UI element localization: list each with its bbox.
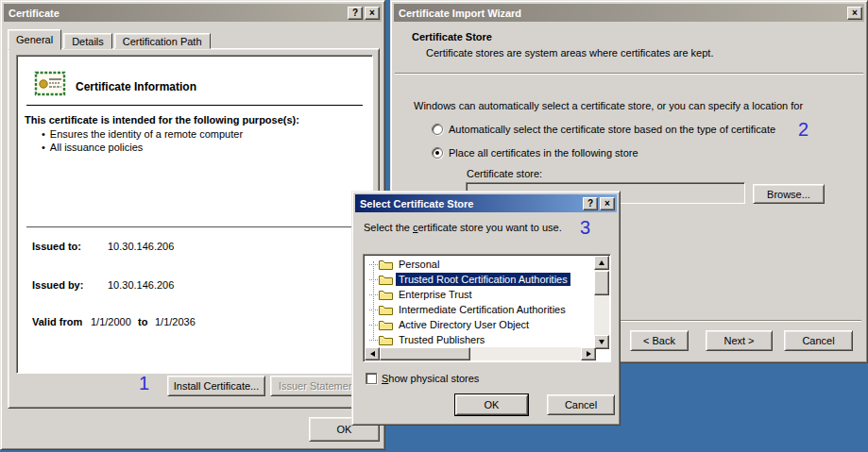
tree-item-label[interactable]: Enterprise Trust — [396, 288, 475, 301]
folder-icon — [379, 304, 393, 315]
certificate-info-panel: Certificate Information This certificate… — [16, 55, 373, 374]
issued-by-label: Issued by: — [32, 279, 83, 291]
certificate-dialog-window: Certificate ? × General Details Certific… — [0, 0, 385, 450]
certificate-dialog-tabs: General Details Certification Path — [8, 28, 213, 49]
tree-item-personal[interactable]: Personal — [365, 257, 442, 272]
annotation-step-1: 1 — [139, 374, 149, 393]
tab-general[interactable]: General — [8, 29, 61, 50]
show-physical-stores-label[interactable]: Show physical stores — [382, 373, 479, 384]
certificate-store-label: Certificate store: — [467, 168, 542, 179]
valid-to-value: 1/1/2036 — [155, 316, 196, 327]
wizard-titlebar[interactable]: Certificate Import Wizard × — [394, 4, 864, 22]
select-certificate-store-window: Select Certificate Store ? × Select the … — [351, 191, 621, 426]
select-store-title: Select Certificate Store — [360, 198, 473, 209]
scroll-up-icon[interactable] — [594, 256, 609, 270]
tree-item-enterprise-trust[interactable]: Enterprise Trust — [365, 287, 475, 302]
close-icon[interactable]: × — [847, 7, 862, 20]
radio-auto-select-store-label[interactable]: Automatically select the certificate sto… — [449, 124, 775, 135]
tree-item-ad-user-object[interactable]: Active Directory User Object — [365, 317, 532, 332]
tree-item-trusted-publishers[interactable]: Trusted Publishers — [365, 332, 487, 347]
certificate-icon — [34, 71, 66, 98]
tree-item-trusted-root[interactable]: Trusted Root Certification Authorities — [365, 272, 570, 287]
tree-item-label[interactable]: Trusted Publishers — [396, 333, 487, 346]
horizontal-scroll-thumb[interactable] — [380, 347, 470, 360]
select-store-instruction: Select the certificate store you want to… — [364, 222, 562, 233]
valid-from-value: 1/1/2000 — [91, 316, 131, 327]
tree-item-label[interactable]: Trusted Root Certification Authorities — [396, 273, 570, 286]
tree-item-intermediate[interactable]: Intermediate Certification Authorities — [365, 302, 569, 317]
scroll-right-icon[interactable] — [581, 347, 596, 360]
annotation-step-2: 2 — [798, 120, 808, 139]
wizard-intro-text: Windows can automatically select a certi… — [414, 100, 803, 111]
browse-button[interactable]: Browse... — [753, 184, 825, 204]
tree-item-label[interactable]: Active Directory User Object — [396, 318, 532, 331]
desktop: Certificate ? × General Details Certific… — [0, 0, 868, 452]
radio-auto-select-store[interactable] — [432, 124, 443, 135]
close-icon[interactable]: × — [365, 7, 380, 20]
issued-to-label: Issued to: — [32, 241, 81, 252]
wizard-title: Certificate Import Wizard — [399, 8, 521, 19]
issued-by-value: 10.30.146.206 — [108, 279, 174, 291]
certificate-dialog-titlebar[interactable]: Certificate ? × — [4, 4, 382, 22]
close-icon[interactable]: × — [600, 197, 615, 210]
wizard-cancel-button[interactable]: Cancel — [784, 330, 853, 351]
folder-icon — [379, 319, 393, 330]
scroll-left-icon[interactable] — [365, 347, 380, 360]
purpose-item: Ensures the identity of a remote compute… — [42, 127, 243, 141]
radio-place-all-store[interactable] — [432, 147, 443, 159]
folder-icon — [379, 289, 393, 300]
certificate-dialog-title: Certificate — [9, 8, 60, 19]
horizontal-scrollbar[interactable] — [365, 347, 596, 360]
instruction-part: Select the — [364, 222, 413, 233]
tree-item-label[interactable]: Intermediate Certification Authorities — [396, 303, 569, 316]
general-tab-page: Certificate Information This certificate… — [8, 48, 380, 409]
tab-certification-path[interactable]: Certification Path — [114, 33, 211, 49]
checkbox-label-rest: how physical stores — [388, 373, 479, 384]
tab-details[interactable]: Details — [63, 33, 112, 49]
annotation-step-3: 3 — [580, 218, 590, 237]
divider — [26, 105, 363, 106]
folder-icon — [379, 334, 393, 345]
select-store-cancel-button[interactable]: Cancel — [547, 394, 615, 415]
certificate-store-tree[interactable]: Personal Trusted Root Certification Auth… — [363, 254, 611, 362]
purpose-list: Ensures the identity of a remote compute… — [42, 127, 243, 154]
next-button[interactable]: Next > — [706, 330, 773, 351]
radio-place-all-store-label[interactable]: Place all certificates in the following … — [449, 147, 638, 159]
install-certificate-button[interactable]: Install Certificate... — [167, 376, 265, 396]
instruction-part: ertificate store you want to use. — [417, 222, 561, 233]
wizard-page-heading: Certificate Store — [412, 31, 492, 42]
help-icon[interactable]: ? — [583, 197, 598, 210]
back-button[interactable]: < Back — [630, 330, 689, 351]
valid-from-label: Valid from — [32, 316, 82, 327]
help-icon[interactable]: ? — [348, 7, 363, 20]
certificate-info-title: Certificate Information — [76, 80, 196, 93]
tree-items: Personal Trusted Root Certification Auth… — [365, 256, 596, 349]
folder-icon — [379, 274, 393, 285]
scroll-down-icon[interactable] — [594, 335, 609, 349]
purpose-item: All issuance policies — [42, 141, 243, 154]
show-physical-stores-checkbox[interactable] — [366, 373, 377, 384]
select-store-titlebar[interactable]: Select Certificate Store ? × — [355, 194, 617, 212]
vertical-scrollbar[interactable] — [594, 256, 609, 349]
purpose-heading: This certificate is intended for the fol… — [25, 114, 299, 126]
issued-to-value: 10.30.146.206 — [108, 241, 174, 252]
divider — [26, 226, 363, 227]
valid-to-label: to — [138, 316, 147, 327]
folder-icon — [379, 259, 393, 270]
wizard-page-subheading: Certificate stores are system areas wher… — [426, 47, 713, 59]
select-store-ok-button[interactable]: OK — [455, 394, 528, 415]
vertical-scroll-thumb[interactable] — [594, 271, 609, 295]
divider — [395, 73, 863, 75]
tree-item-label[interactable]: Personal — [396, 258, 442, 271]
